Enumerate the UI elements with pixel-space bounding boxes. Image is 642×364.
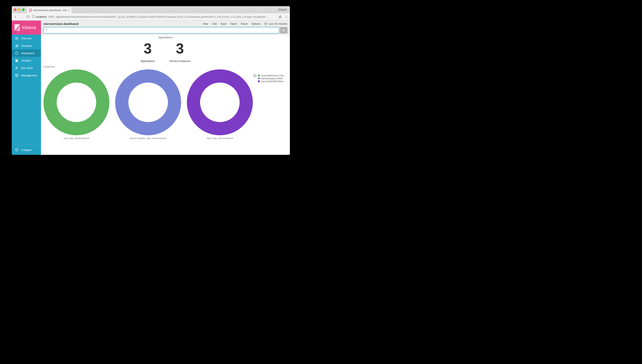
svg-point-7 <box>286 16 287 17</box>
svg-point-19 <box>283 29 284 31</box>
back-icon[interactable] <box>14 15 17 19</box>
time-picker[interactable]: Last 15 minutes <box>264 22 287 25</box>
metric-value: 3 <box>141 42 155 56</box>
chart-bar-icon <box>15 44 18 47</box>
collapse-icon <box>15 148 18 152</box>
add-button[interactable]: Add <box>212 22 217 25</box>
svg-point-8 <box>286 18 287 18</box>
timelion-icon <box>15 59 18 62</box>
metric-value: 3 <box>169 42 191 56</box>
sidebar-item-label: Management <box>21 74 37 77</box>
main: microservices-dashboard New Add Save Ope… <box>41 20 290 155</box>
svg-point-16 <box>16 75 17 76</box>
kibana-favicon-icon <box>29 9 32 12</box>
svg-rect-14 <box>17 44 18 47</box>
donut-blog: blog: app_name.keyword <box>44 70 109 140</box>
legend-item[interactable]: jhipsterRegistry:d456... <box>258 77 285 80</box>
sidebar-item-label: Dashboard <box>21 52 35 55</box>
svg-point-10 <box>15 37 18 40</box>
panel-instances: Instances blog: app_name.keyword <box>41 65 290 140</box>
donut-caption: store: app_name.keyword <box>187 137 253 140</box>
donut-chart-icon <box>44 70 109 135</box>
donut-registry: jhipster-registry: app_name.keyword <box>115 70 181 140</box>
panel-instances-title: Instances <box>44 65 287 68</box>
save-button[interactable]: Save <box>220 22 227 25</box>
legend-collapse-icon[interactable] <box>253 74 257 78</box>
query-input[interactable] <box>44 27 279 33</box>
legend-swatch-icon <box>258 78 260 80</box>
sidebar-item-dashboard[interactable]: Dashboard <box>12 50 41 57</box>
compass-icon <box>15 37 18 40</box>
browser-menu-icon[interactable] <box>284 15 288 19</box>
wrench-icon <box>15 66 18 70</box>
browser-address-bar: localhost:5601/app/kibana#/dashboard/mic… <box>12 13 290 20</box>
gauge-icon <box>15 52 18 55</box>
sidebar-nav: Discover Visualize Dashboard Timelion De… <box>12 34 41 145</box>
topbar-actions: New Add Save Open Share Options Last 15 … <box>203 22 287 25</box>
search-icon <box>282 29 285 32</box>
sidebar-item-label: Timelion <box>21 59 31 62</box>
reload-icon[interactable] <box>26 15 30 19</box>
time-range-label: Last 15 minutes <box>268 22 287 25</box>
topbar: microservices-dashboard New Add Save Ope… <box>41 20 290 27</box>
site-info-icon[interactable] <box>32 15 35 18</box>
browser-tab[interactable]: microservices-dashboard - Kib × <box>27 8 72 13</box>
url-path: /app/kibana#/dashboard/microservices-das… <box>56 15 268 18</box>
sidebar-item-discover[interactable]: Discover <box>12 34 41 42</box>
svg-marker-5 <box>279 16 281 18</box>
sidebar-item-management[interactable]: Management <box>12 72 41 79</box>
svg-point-23 <box>193 76 246 129</box>
sidebar-item-visualize[interactable]: Visualize <box>12 42 41 50</box>
url-box[interactable]: localhost:5601/app/kibana#/dashboard/mic… <box>32 15 276 18</box>
svg-marker-11 <box>16 38 17 39</box>
svg-rect-12 <box>16 46 16 47</box>
metric-label: Service Instances <box>169 60 191 62</box>
sidebar-item-timelion[interactable]: Timelion <box>12 57 41 64</box>
sidebar-logo[interactable]: kibana <box>12 20 41 34</box>
sidebar-item-label: Visualize <box>21 44 32 47</box>
panel-applications: Applications 3 Applications 3 Service In… <box>41 35 290 62</box>
open-button[interactable]: Open <box>230 22 237 25</box>
bookmark-star-icon[interactable] <box>278 15 282 19</box>
browser-tab-title: microservices-dashboard - Kib <box>33 9 67 12</box>
panel-applications-title: Applications <box>41 36 290 39</box>
window-close-icon[interactable] <box>14 8 16 11</box>
browser-tab-bar: microservices-dashboard - Kib × JHipster <box>12 6 290 13</box>
panels: Applications 3 Applications 3 Service In… <box>41 35 290 155</box>
legend: blog:b3b850cbcb779d... jhipsterRegistry:… <box>258 74 285 83</box>
sidebar-logo-text: kibana <box>22 25 36 30</box>
url-host: localhost <box>36 15 47 18</box>
legend-label: blog:b3b850cbcb779d... <box>261 74 285 77</box>
donut-chart-icon <box>187 70 253 135</box>
metrics-row: 3 Applications 3 Service Instances <box>41 42 290 62</box>
url-port: :5601 <box>48 15 55 18</box>
metric-service-instances: 3 Service Instances <box>169 42 191 62</box>
tab-close-icon[interactable]: × <box>68 9 70 12</box>
window-minimize-icon[interactable] <box>18 8 21 11</box>
svg-point-17 <box>15 148 18 151</box>
sidebar-collapse-button[interactable]: Collapse <box>12 145 41 155</box>
sidebar-collapse-label: Collapse <box>21 148 32 152</box>
legend-swatch-icon <box>258 74 260 76</box>
options-button[interactable]: Options <box>251 22 261 25</box>
forward-icon[interactable] <box>20 15 23 19</box>
metric-label: Applications <box>141 60 155 62</box>
legend-item[interactable]: store:ba005985139de... <box>258 80 285 82</box>
search-button[interactable] <box>280 27 287 33</box>
new-button[interactable]: New <box>203 22 208 25</box>
donut-caption: jhipster-registry: app_name.keyword <box>115 137 181 140</box>
browser-window: microservices-dashboard - Kib × JHipster… <box>12 6 290 155</box>
window-controls <box>14 8 25 11</box>
sidebar-item-dev-tools[interactable]: Dev Tools <box>12 64 41 72</box>
legend-label: jhipsterRegistry:d456... <box>261 77 284 80</box>
share-button[interactable]: Share <box>241 22 248 25</box>
browser-profile-name[interactable]: JHipster <box>278 8 288 11</box>
svg-rect-13 <box>17 45 17 47</box>
metric-applications: 3 Applications <box>141 42 155 62</box>
legend-item[interactable]: blog:b3b850cbcb779d... <box>258 74 285 77</box>
window-maximize-icon[interactable] <box>22 8 25 11</box>
clock-icon <box>264 22 267 25</box>
sidebar-item-label: Discover <box>21 37 32 40</box>
gear-icon <box>15 74 18 77</box>
sidebar: kibana Discover Visualize Dashboard Tim <box>12 20 41 155</box>
